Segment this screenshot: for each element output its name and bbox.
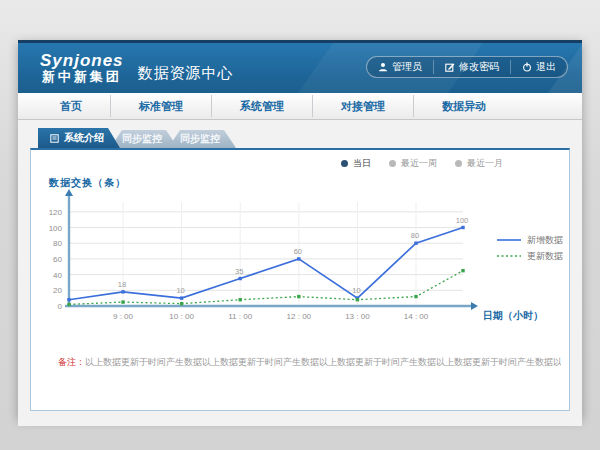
series-line-1 bbox=[69, 271, 463, 305]
data-point-label: 60 bbox=[294, 247, 302, 256]
change-password-label: 修改密码 bbox=[459, 60, 499, 74]
y-tick-label: 0 bbox=[58, 302, 63, 311]
company-logo: Synjones 新中新集团 bbox=[40, 52, 124, 83]
x-tick-label: 11 : 00 bbox=[228, 312, 252, 321]
chart-legend: 新增数据 更新数据 bbox=[497, 232, 563, 264]
data-point bbox=[180, 302, 183, 305]
footnote: 备注：以上数据更新于时间产生数据以上数据更新于时间产生数据以上数据更新于时间产生… bbox=[58, 356, 561, 369]
power-icon bbox=[522, 62, 532, 72]
nav-item-4[interactable]: 数据异动 bbox=[413, 95, 514, 117]
data-point-label: 80 bbox=[411, 231, 419, 240]
data-point bbox=[414, 295, 417, 298]
main-nav: 首页标准管理系统管理对接管理数据异动 bbox=[18, 93, 582, 120]
x-axis-title: 日期（小时） bbox=[483, 310, 543, 321]
data-point bbox=[414, 242, 417, 245]
logo-text-cn: 新中新集团 bbox=[40, 70, 124, 84]
tab-label: 系统介绍 bbox=[64, 131, 104, 145]
x-tick-label: 10 : 00 bbox=[169, 312, 194, 321]
x-tick-label: 13 : 00 bbox=[345, 312, 370, 321]
edit-icon bbox=[445, 62, 455, 72]
logo-text-en: Synjones bbox=[40, 52, 124, 70]
user-icon bbox=[378, 62, 388, 72]
x-axis-arrow-icon bbox=[471, 302, 478, 310]
data-point bbox=[121, 300, 124, 303]
legend-label: 新增数据 bbox=[527, 234, 563, 247]
data-point-label: 35 bbox=[235, 267, 243, 276]
page-card: Synjones 新中新集团 数据资源中心 管理员 修改密码 bbox=[18, 40, 582, 418]
nav-item-0[interactable]: 首页 bbox=[32, 95, 110, 117]
footnote-prefix: 备注： bbox=[58, 357, 85, 367]
data-point-label: 18 bbox=[118, 280, 126, 289]
tab-1[interactable]: 同步监控 bbox=[110, 130, 178, 148]
y-tick-label: 40 bbox=[53, 271, 62, 280]
y-tick-label: 20 bbox=[53, 286, 62, 295]
data-point-label: 100 bbox=[456, 216, 469, 225]
data-point-label: 10 bbox=[352, 286, 360, 295]
data-point bbox=[239, 277, 242, 280]
chart-panel: 当日最近一周最近一月 数据交换（条） 0204060801001209 : 00… bbox=[30, 148, 570, 411]
tab-bar: 系统介绍同步监控同步监控 bbox=[38, 128, 582, 148]
nav-item-3[interactable]: 对接管理 bbox=[312, 95, 413, 117]
legend-item-1: 更新数据 bbox=[497, 248, 563, 264]
current-user-label: 管理员 bbox=[392, 60, 422, 74]
current-user-button[interactable]: 管理员 bbox=[367, 60, 433, 74]
nav-item-1[interactable]: 标准管理 bbox=[110, 95, 211, 117]
data-point-label: 10 bbox=[176, 286, 184, 295]
y-axis-arrow-icon bbox=[65, 189, 73, 196]
document-icon bbox=[50, 134, 59, 143]
data-point bbox=[67, 298, 70, 301]
data-point bbox=[239, 298, 242, 301]
y-tick-label: 80 bbox=[53, 239, 62, 248]
chart-svg: 0204060801001209 : 0010 : 0011 : 0012 : … bbox=[31, 150, 569, 408]
tab-0[interactable]: 系统介绍 bbox=[38, 128, 120, 148]
tab-label: 同步监控 bbox=[122, 132, 162, 146]
data-point bbox=[297, 295, 300, 298]
x-tick-label: 9 : 00 bbox=[113, 312, 134, 321]
app-header: Synjones 新中新集团 数据资源中心 管理员 修改密码 bbox=[18, 40, 582, 93]
data-point bbox=[297, 257, 300, 260]
series-line-0 bbox=[69, 228, 463, 300]
y-tick-label: 100 bbox=[49, 224, 63, 233]
tab-2[interactable]: 同步监控 bbox=[168, 130, 236, 148]
x-tick-label: 12 : 00 bbox=[287, 312, 312, 321]
logout-button[interactable]: 退出 bbox=[510, 60, 567, 74]
data-point bbox=[121, 290, 124, 293]
tab-label: 同步监控 bbox=[180, 132, 220, 146]
nav-item-2[interactable]: 系统管理 bbox=[211, 95, 312, 117]
data-point bbox=[67, 303, 70, 306]
legend-item-0: 新增数据 bbox=[497, 232, 563, 248]
logout-label: 退出 bbox=[536, 60, 556, 74]
page-title: 数据资源中心 bbox=[138, 64, 234, 83]
footnote-text: 以上数据更新于时间产生数据以上数据更新于时间产生数据以上数据更新于时间产生数据以… bbox=[85, 357, 561, 367]
data-point bbox=[356, 298, 359, 301]
legend-label: 更新数据 bbox=[527, 250, 563, 263]
data-point bbox=[180, 296, 183, 299]
data-point bbox=[461, 269, 464, 272]
legend-line-icon bbox=[497, 253, 521, 259]
content-area: 系统介绍同步监控同步监控 当日最近一周最近一月 数据交换（条） 02040608… bbox=[18, 120, 582, 426]
y-tick-label: 60 bbox=[53, 255, 62, 264]
legend-line-icon bbox=[497, 237, 521, 243]
user-toolbar: 管理员 修改密码 退出 bbox=[366, 56, 568, 78]
y-tick-label: 120 bbox=[49, 208, 63, 217]
data-point bbox=[461, 226, 464, 229]
change-password-button[interactable]: 修改密码 bbox=[433, 60, 510, 74]
x-tick-label: 14 : 00 bbox=[404, 312, 429, 321]
